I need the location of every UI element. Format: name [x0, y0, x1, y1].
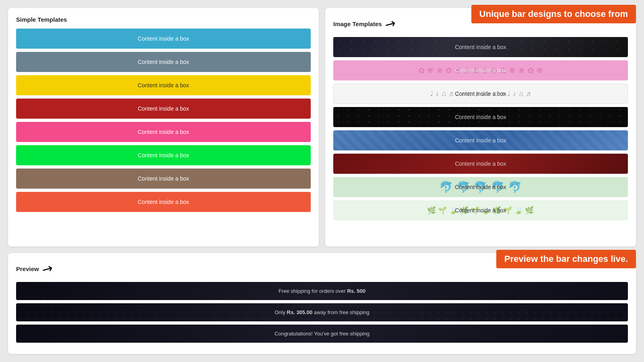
template-bar-yellow[interactable]: Content inside a box [16, 75, 311, 95]
image-bar-leaves-label: Content inside a box [455, 207, 506, 214]
arrow-icon: ↗ [382, 14, 399, 33]
simple-templates-panel: Simple Templates Content inside a box Co… [8, 8, 319, 247]
image-bar-pink-floral[interactable]: Content inside a box [333, 60, 628, 80]
image-bar-blue-texture-label: Content inside a box [455, 137, 506, 144]
image-templates-title: Image Templates [333, 21, 382, 27]
preview-bar-2-text: Only Rs. 305.00 away from free shipping [275, 309, 369, 315]
preview-arrow-icon: ↗ [39, 259, 56, 278]
preview-bar-1-text: Free shipping for orders over Rs. 500 [279, 288, 365, 294]
image-bar-music-label: Content inside a box [455, 90, 506, 97]
image-bar-starry-label: Content inside a box [455, 114, 506, 120]
preview-bar-3: Congratulations! You've got free shippin… [16, 325, 628, 343]
template-bar-green-label: Content inside a box [138, 152, 189, 158]
image-bar-music[interactable]: Content inside a box [333, 84, 628, 104]
image-bar-starry[interactable]: Content inside a box [333, 107, 628, 127]
image-bar-galaxy-label: Content inside a box [455, 44, 506, 50]
image-bar-dark-red[interactable]: Content inside a box [333, 154, 628, 174]
image-bar-dark-red-label: Content inside a box [455, 160, 506, 167]
template-bar-blue[interactable]: Content inside a box [16, 29, 311, 49]
template-bar-brown-label: Content inside a box [138, 175, 189, 182]
template-bar-pink-label: Content inside a box [138, 129, 189, 135]
image-bar-fish-label: Content inside a box [455, 184, 506, 190]
image-bar-pink-floral-label: Content inside a box [455, 67, 506, 74]
image-templates-callout: Unique bar designs to choose from [471, 5, 636, 23]
template-bar-red[interactable]: Content inside a box [16, 99, 311, 119]
image-bar-galaxy[interactable]: Content inside a box [333, 37, 628, 57]
image-bar-fish[interactable]: Content inside a box [333, 177, 628, 197]
template-bar-orange[interactable]: Content inside a box [16, 192, 311, 212]
preview-bar-2: Only Rs. 305.00 away from free shipping [16, 303, 628, 321]
template-bar-brown[interactable]: Content inside a box [16, 169, 311, 189]
template-bar-gray-label: Content inside a box [138, 59, 189, 65]
preview-panel: Preview the bar changes live. Preview ↗ … [8, 253, 636, 354]
image-bar-leaves[interactable]: Content inside a box [333, 200, 628, 220]
template-bar-blue-label: Content inside a box [138, 35, 189, 42]
template-bar-red-label: Content inside a box [138, 105, 189, 112]
template-bar-green[interactable]: Content inside a box [16, 145, 311, 165]
image-bar-blue-texture[interactable]: Content inside a box [333, 130, 628, 150]
preview-callout-banner: Preview the bar changes live. [496, 250, 636, 268]
template-bar-gray[interactable]: Content inside a box [16, 52, 311, 72]
template-bar-pink[interactable]: Content inside a box [16, 122, 311, 142]
preview-bar-3-text: Congratulations! You've got free shippin… [275, 331, 369, 337]
template-bar-orange-label: Content inside a box [138, 199, 189, 205]
template-bar-yellow-label: Content inside a box [138, 82, 189, 88]
preview-title: Preview [16, 265, 39, 272]
image-templates-panel: Unique bar designs to choose from Image … [325, 8, 636, 247]
preview-bar-1: Free shipping for orders over Rs. 500 [16, 282, 628, 300]
simple-templates-title: Simple Templates [16, 16, 311, 23]
